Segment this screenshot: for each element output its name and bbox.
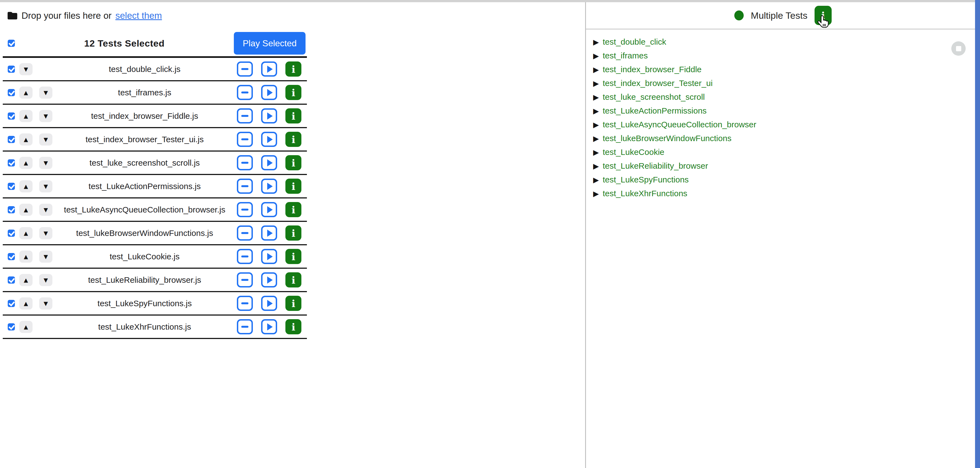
move-up-button[interactable]: ▲	[19, 133, 33, 146]
test-checkbox[interactable]	[8, 89, 15, 96]
minus-icon	[241, 279, 248, 281]
down-arrow-icon: ▼	[44, 137, 48, 142]
play-test-button[interactable]	[261, 249, 277, 264]
move-up-button[interactable]: ▲	[19, 157, 33, 169]
play-test-button[interactable]	[261, 296, 277, 311]
multiple-tests-item[interactable]: ▶ test_LukeReliability_browser	[593, 159, 980, 173]
move-down-button[interactable]: ▼	[19, 63, 33, 75]
play-selected-button[interactable]: Play Selected	[234, 32, 305, 55]
move-up-button[interactable]: ▲	[19, 204, 33, 216]
test-checkbox[interactable]	[8, 206, 15, 213]
multiple-tests-item[interactable]: ▶ test_luke_screenshot_scroll	[593, 90, 980, 104]
remove-test-button[interactable]	[237, 272, 253, 287]
move-up-button[interactable]: ▲	[19, 110, 33, 122]
test-info-button[interactable]: i	[285, 62, 301, 77]
multiple-tests-item[interactable]: ▶ test_index_browser_Tester_ui	[593, 76, 980, 90]
scrollbar-thumb[interactable]	[975, 0, 980, 468]
move-down-button[interactable]: ▼	[39, 274, 52, 286]
move-up-button[interactable]: ▲	[19, 180, 33, 192]
remove-test-button[interactable]	[237, 296, 253, 311]
move-up-button[interactable]: ▲	[19, 274, 33, 286]
test-info-button[interactable]: i	[285, 319, 301, 334]
move-down-button[interactable]: ▼	[39, 87, 52, 99]
test-checkbox[interactable]	[8, 66, 15, 73]
remove-test-button[interactable]	[237, 155, 253, 170]
move-up-button[interactable]: ▲	[19, 297, 33, 309]
move-down-button[interactable]: ▼	[39, 227, 52, 239]
multiple-tests-item[interactable]: ▶ test_LukeCookie	[593, 145, 980, 159]
collapsed-arrow-icon: ▶	[593, 135, 599, 142]
test-info-button[interactable]: i	[285, 249, 301, 264]
move-down-button[interactable]: ▼	[39, 204, 52, 216]
info-icon: i	[291, 88, 295, 98]
remove-test-button[interactable]	[237, 108, 253, 124]
play-test-button[interactable]	[261, 319, 277, 334]
remove-test-button[interactable]	[237, 319, 253, 334]
down-arrow-icon: ▼	[44, 277, 48, 283]
test-info-button[interactable]: i	[285, 296, 301, 311]
move-down-button[interactable]: ▼	[39, 110, 52, 122]
stop-icon	[956, 46, 961, 51]
play-test-button[interactable]	[261, 155, 277, 170]
play-test-button[interactable]	[261, 179, 277, 194]
play-test-button[interactable]	[261, 132, 277, 147]
test-checkbox[interactable]	[8, 253, 15, 260]
play-test-button[interactable]	[261, 62, 277, 77]
remove-test-button[interactable]	[237, 249, 253, 264]
multiple-tests-item[interactable]: ▶ test_LukeSpyFunctions	[593, 173, 980, 187]
multiple-tests-item[interactable]: ▶ test_iframes	[593, 49, 980, 63]
test-info-button[interactable]: i	[285, 202, 301, 217]
test-row: ▲ ▼ test_lukeBrowserWindowFunctions.js i	[3, 222, 307, 245]
test-checkbox[interactable]	[8, 159, 15, 167]
remove-test-button[interactable]	[237, 85, 253, 100]
remove-test-button[interactable]	[237, 225, 253, 241]
move-down-button[interactable]: ▼	[39, 133, 52, 146]
remove-test-button[interactable]	[237, 132, 253, 147]
test-checkbox[interactable]	[8, 323, 15, 330]
row-actions: i	[237, 296, 301, 311]
select-all-checkbox[interactable]	[8, 40, 15, 47]
move-up-button[interactable]: ▲	[19, 321, 33, 333]
multiple-tests-item[interactable]: ▶ test_LukeActionPermissions	[593, 104, 980, 118]
test-info-button[interactable]: i	[285, 225, 301, 241]
move-down-button[interactable]: ▼	[39, 157, 52, 169]
remove-test-button[interactable]	[237, 179, 253, 194]
test-checkbox[interactable]	[8, 183, 15, 190]
move-down-button[interactable]: ▼	[39, 297, 52, 309]
test-checkbox[interactable]	[8, 113, 15, 120]
multiple-tests-item[interactable]: ▶ test_index_browser_Fiddle	[593, 63, 980, 76]
move-down-button[interactable]: ▼	[39, 180, 52, 192]
multiple-tests-item[interactable]: ▶ test_LukeXhrFunctions	[593, 187, 980, 200]
file-dropzone[interactable]: Drop your files here or select them	[7, 11, 585, 21]
multiple-tests-item[interactable]: ▶ test_LukeAsyncQueueCollection_browser	[593, 118, 980, 132]
test-info-button[interactable]: i	[285, 108, 301, 124]
move-up-button[interactable]: ▲	[19, 87, 33, 99]
play-test-button[interactable]	[261, 225, 277, 241]
remove-test-button[interactable]	[237, 62, 253, 77]
stop-button[interactable]	[951, 41, 966, 56]
play-test-button[interactable]	[261, 202, 277, 217]
row-actions: i	[237, 132, 301, 147]
move-up-button[interactable]: ▲	[19, 227, 33, 239]
move-up-button[interactable]: ▲	[19, 251, 33, 263]
multiple-tests-item[interactable]: ▶ test_double_click	[593, 35, 980, 49]
select-files-link[interactable]: select them	[115, 11, 162, 21]
multiple-tests-info-button[interactable]: i	[815, 6, 832, 25]
remove-test-button[interactable]	[237, 202, 253, 217]
play-test-button[interactable]	[261, 85, 277, 100]
move-down-button[interactable]: ▼	[39, 251, 52, 263]
test-checkbox[interactable]	[8, 136, 15, 143]
test-info-button[interactable]: i	[285, 272, 301, 287]
test-info-button[interactable]: i	[285, 179, 301, 194]
play-test-button[interactable]	[261, 108, 277, 124]
test-info-button[interactable]: i	[285, 155, 301, 170]
test-checkbox[interactable]	[8, 276, 15, 284]
play-test-button[interactable]	[261, 272, 277, 287]
test-info-button[interactable]: i	[285, 132, 301, 147]
test-checkbox[interactable]	[8, 230, 15, 237]
multiple-tests-item[interactable]: ▶ test_lukeBrowserWindowFunctions	[593, 132, 980, 145]
info-icon: i	[291, 275, 295, 285]
row-actions: i	[237, 155, 301, 170]
test-info-button[interactable]: i	[285, 85, 301, 100]
test-checkbox[interactable]	[8, 300, 15, 307]
